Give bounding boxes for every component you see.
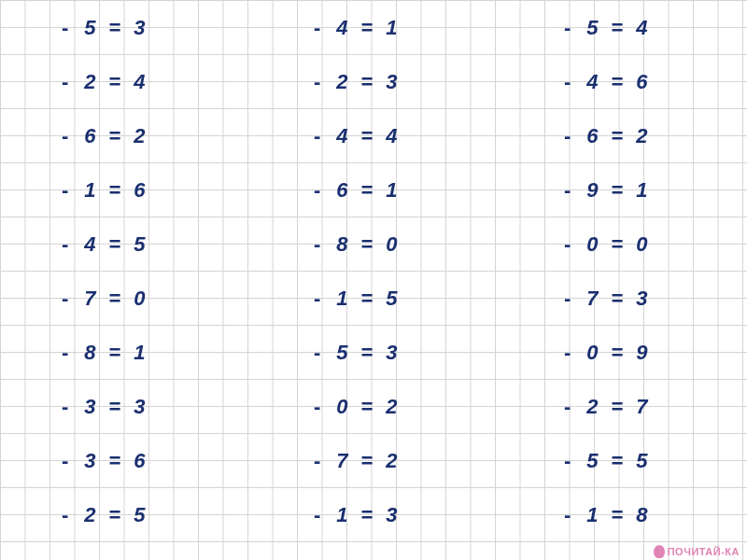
subtrahend-value: 7 [580, 285, 605, 312]
subtrahend-value: 6 [78, 122, 103, 149]
blank-minuend-cell[interactable] [530, 447, 556, 474]
result-value: 2 [379, 447, 404, 474]
equation-row: -4=5-8=0-0=0 [0, 231, 747, 258]
subtrahend-value: 0 [580, 231, 605, 258]
equation-col-2: -4=4 [280, 122, 404, 149]
blank-minuend-cell[interactable] [530, 501, 556, 528]
blank-minuend-cell[interactable] [28, 231, 53, 258]
blank-minuend-cell[interactable] [28, 122, 53, 149]
result-value: 5 [127, 501, 152, 528]
minus-sign: - [53, 231, 78, 258]
blank-minuend-cell[interactable] [28, 285, 53, 312]
equals-sign: = [103, 14, 128, 41]
result-value: 6 [127, 176, 152, 203]
equals-sign: = [355, 393, 380, 420]
minus-sign: - [305, 339, 331, 366]
result-value: 0 [127, 285, 152, 312]
minus-sign: - [305, 68, 331, 95]
blank-minuend-cell[interactable] [28, 447, 53, 474]
equation-col-1: -8=1 [28, 339, 152, 366]
equation-col-3: -1=8 [530, 501, 655, 528]
equation-col-2: -4=1 [280, 14, 404, 41]
blank-minuend-cell[interactable] [28, 14, 53, 41]
subtrahend-value: 2 [330, 68, 355, 95]
result-value: 4 [379, 122, 404, 149]
blank-minuend-cell[interactable] [530, 68, 556, 95]
result-value: 3 [379, 501, 404, 528]
blank-minuend-cell[interactable] [530, 339, 556, 366]
equation-col-1: -5=3 [28, 14, 152, 41]
equals-sign: = [103, 231, 128, 258]
minus-sign: - [53, 122, 78, 149]
blank-minuend-cell[interactable] [530, 14, 556, 41]
blank-minuend-cell[interactable] [28, 339, 53, 366]
blank-minuend-cell[interactable] [280, 176, 305, 203]
result-value: 6 [127, 447, 152, 474]
blank-minuend-cell[interactable] [280, 14, 305, 41]
blank-minuend-cell[interactable] [530, 231, 556, 258]
subtrahend-value: 1 [330, 501, 355, 528]
subtrahend-value: 7 [78, 285, 103, 312]
equation-col-1: -2=5 [28, 501, 152, 528]
blank-minuend-cell[interactable] [530, 122, 556, 149]
equation-row: -2=4-2=3-4=6 [0, 68, 747, 95]
equals-sign: = [103, 176, 128, 203]
subtrahend-value: 5 [580, 447, 605, 474]
equals-sign: = [355, 339, 380, 366]
blank-minuend-cell[interactable] [28, 393, 53, 420]
blank-minuend-cell[interactable] [280, 447, 305, 474]
equals-sign: = [605, 447, 630, 474]
blank-minuend-cell[interactable] [530, 285, 556, 312]
blank-minuend-cell[interactable] [280, 68, 305, 95]
subtrahend-value: 4 [580, 68, 605, 95]
result-value: 5 [127, 231, 152, 258]
result-value: 7 [629, 393, 655, 420]
subtrahend-value: 6 [330, 176, 355, 203]
minus-sign: - [53, 393, 78, 420]
blank-minuend-cell[interactable] [530, 393, 556, 420]
blank-minuend-cell[interactable] [28, 501, 53, 528]
equals-sign: = [605, 339, 630, 366]
equation-col-1: -3=3 [28, 393, 152, 420]
blank-minuend-cell[interactable] [280, 393, 305, 420]
equals-sign: = [103, 447, 128, 474]
minus-sign: - [305, 231, 331, 258]
blank-minuend-cell[interactable] [28, 68, 53, 95]
blank-minuend-cell[interactable] [280, 122, 305, 149]
subtrahend-value: 0 [580, 339, 605, 366]
blank-minuend-cell[interactable] [280, 231, 305, 258]
subtrahend-value: 5 [78, 14, 103, 41]
equals-sign: = [103, 285, 128, 312]
equals-sign: = [605, 176, 630, 203]
blank-minuend-cell[interactable] [28, 176, 53, 203]
subtrahend-value: 4 [330, 14, 355, 41]
result-value: 0 [379, 231, 404, 258]
watermark-text: ПОЧИТАЙ-КА [668, 546, 740, 557]
minus-sign: - [53, 447, 78, 474]
result-value: 2 [379, 393, 404, 420]
worksheet-content: -5=3-4=1-5=4-2=4-2=3-4=6-6=2-4=4-6=2-1=6… [0, 0, 747, 560]
subtrahend-value: 1 [78, 176, 103, 203]
subtrahend-value: 8 [330, 231, 355, 258]
blank-minuend-cell[interactable] [530, 176, 556, 203]
equals-sign: = [355, 285, 380, 312]
blank-minuend-cell[interactable] [280, 339, 305, 366]
blank-minuend-cell[interactable] [280, 285, 305, 312]
subtrahend-value: 5 [580, 14, 605, 41]
result-value: 3 [379, 68, 404, 95]
equals-sign: = [103, 501, 128, 528]
equals-sign: = [605, 501, 630, 528]
result-value: 8 [629, 501, 655, 528]
equation-row: -1=6-6=1-9=1 [0, 176, 747, 203]
blank-minuend-cell[interactable] [280, 501, 305, 528]
minus-sign: - [556, 231, 581, 258]
watermark: ПОЧИТАЙ-КА [654, 545, 740, 558]
result-value: 3 [629, 285, 655, 312]
minus-sign: - [556, 285, 581, 312]
subtrahend-value: 0 [330, 393, 355, 420]
equation-col-1: -4=5 [28, 231, 152, 258]
equation-col-3: -7=3 [530, 285, 655, 312]
result-value: 1 [127, 339, 152, 366]
minus-sign: - [305, 393, 331, 420]
result-value: 3 [127, 393, 152, 420]
